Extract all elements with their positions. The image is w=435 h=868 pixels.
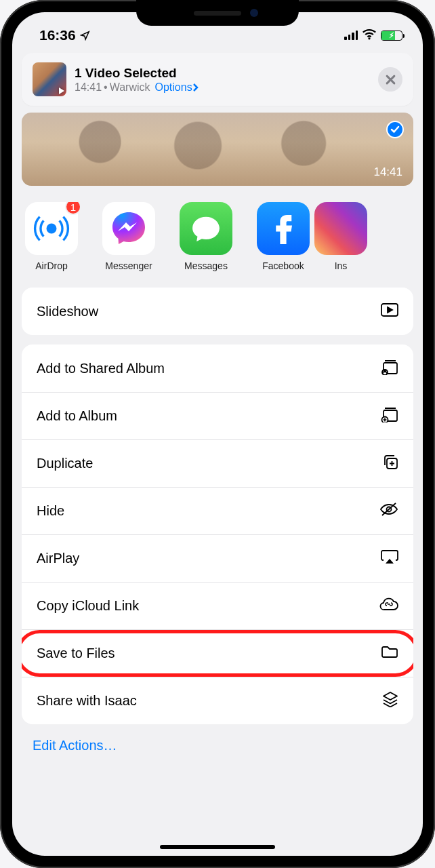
action-slideshow[interactable]: Slideshow (22, 288, 413, 335)
selected-thumbnail[interactable] (33, 62, 66, 96)
messenger-icon (102, 202, 155, 255)
action-save-to-files[interactable]: Save to Files (22, 629, 413, 677)
speaker-grill (194, 11, 241, 16)
battery-icon: ⚡︎ (381, 31, 402, 41)
share-title: 1 Video Selected (75, 66, 199, 81)
status-time: 16:36 (39, 27, 76, 43)
airplay-icon (381, 549, 398, 568)
app-airdrop[interactable]: 1 AirDrop (22, 202, 81, 271)
cellular-icon (344, 31, 358, 40)
action-group-slideshow: Slideshow (22, 288, 413, 335)
action-add-shared-album[interactable]: Add to Shared Album (22, 344, 413, 392)
chevron-right-icon (192, 83, 199, 92)
video-duration: 14:41 (373, 165, 402, 179)
app-instagram[interactable]: Ins (331, 202, 351, 271)
svg-point-0 (47, 224, 56, 233)
close-icon (386, 75, 396, 85)
action-copy-icloud-link[interactable]: Copy iCloud Link (22, 582, 413, 629)
options-button[interactable]: Options (155, 81, 199, 94)
action-airplay[interactable]: AirPlay (22, 534, 413, 582)
album-add-icon (381, 406, 398, 426)
wifi-icon (362, 27, 376, 43)
action-duplicate[interactable]: Duplicate (22, 439, 413, 487)
folder-icon (381, 645, 398, 662)
phone-frame: 16:36 ⚡︎ 1 Video Selected (0, 0, 435, 868)
action-add-album[interactable]: Add to Album (22, 392, 413, 439)
play-overlay-icon (59, 87, 64, 94)
duplicate-icon (382, 454, 398, 473)
screen: 16:36 ⚡︎ 1 Video Selected (12, 12, 423, 856)
action-share-with-isaac[interactable]: Share with Isaac (22, 677, 413, 724)
media-preview[interactable]: 14:41 (22, 113, 413, 186)
location-icon (80, 31, 90, 41)
airdrop-icon: 1 (25, 202, 78, 255)
app-messenger[interactable]: Messenger (99, 202, 159, 271)
app-facebook[interactable]: Facebook (253, 202, 313, 271)
selection-check-icon (386, 121, 404, 138)
close-button[interactable] (378, 67, 402, 92)
instagram-icon (314, 202, 367, 255)
app-messages[interactable]: Messages (176, 202, 236, 271)
airdrop-badge: 1 (65, 202, 81, 215)
action-group-main: Add to Shared Album Add to Album Duplica… (22, 344, 413, 724)
cloud-link-icon (379, 597, 398, 614)
layers-icon (382, 691, 398, 711)
home-indicator[interactable] (160, 845, 275, 849)
eye-slash-icon (379, 502, 398, 520)
shared-album-icon (381, 359, 398, 378)
share-apps-row[interactable]: 1 AirDrop Messenger Messages F (22, 202, 423, 271)
notch (136, 0, 299, 26)
share-header: 1 Video Selected 14:41 • Warwick Options (22, 53, 413, 106)
action-hide[interactable]: Hide (22, 487, 413, 534)
messages-icon (180, 202, 232, 255)
share-meta: 14:41 • Warwick Options (75, 81, 199, 94)
edit-actions-button[interactable]: Edit Actions… (33, 738, 402, 753)
facebook-icon (257, 202, 310, 255)
play-rect-icon (381, 303, 398, 320)
front-camera (250, 9, 258, 17)
